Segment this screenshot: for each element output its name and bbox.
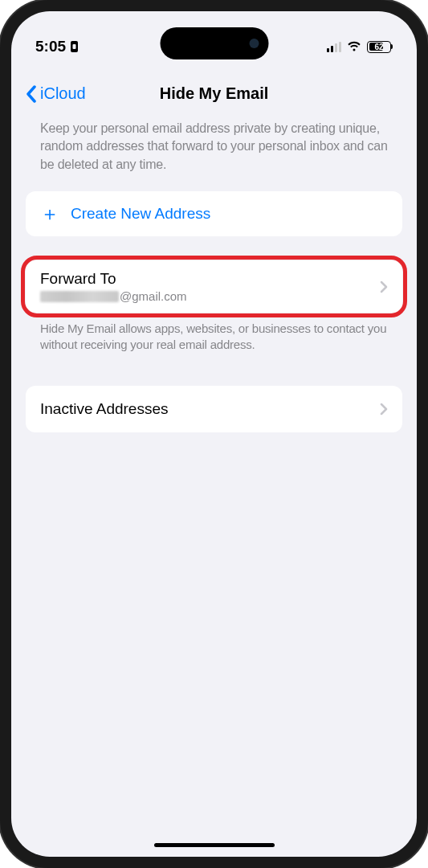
chevron-right-icon bbox=[380, 280, 388, 293]
forward-title: Forward To bbox=[40, 270, 187, 288]
status-indicators: 62 bbox=[327, 41, 393, 53]
inactive-title: Inactive Addresses bbox=[40, 400, 168, 418]
chevron-left-icon bbox=[26, 85, 37, 103]
battery-icon: 62 bbox=[367, 41, 393, 53]
inactive-addresses-button[interactable]: Inactive Addresses bbox=[26, 386, 402, 432]
cellular-icon bbox=[327, 42, 341, 52]
create-new-address-button[interactable]: ＋ Create New Address bbox=[26, 191, 402, 236]
content-area: Keep your personal email address private… bbox=[11, 112, 417, 432]
forward-to-button[interactable]: Forward To @gmail.com bbox=[26, 260, 402, 313]
screen: 5:05 62 bbox=[11, 11, 417, 857]
back-label: iCloud bbox=[40, 84, 86, 103]
battery-percent: 62 bbox=[374, 43, 383, 51]
status-time: 5:05 bbox=[35, 38, 66, 55]
back-button[interactable]: iCloud bbox=[26, 84, 86, 103]
plus-icon: ＋ bbox=[40, 204, 59, 223]
forward-email-domain: @gmail.com bbox=[120, 289, 187, 303]
redacted-email-prefix bbox=[40, 291, 119, 302]
home-indicator[interactable] bbox=[154, 843, 275, 847]
page-title: Hide My Email bbox=[160, 84, 269, 103]
create-label: Create New Address bbox=[71, 205, 210, 223]
forward-to-section: Forward To @gmail.com bbox=[26, 260, 402, 313]
status-time-area: 5:05 bbox=[35, 38, 79, 55]
header-description: Keep your personal email address private… bbox=[26, 120, 402, 191]
phone-frame: 5:05 62 bbox=[0, 0, 428, 868]
forward-footer-text: Hide My Email allows apps, websites, or … bbox=[26, 313, 402, 354]
svg-rect-1 bbox=[73, 44, 76, 49]
chevron-right-icon bbox=[380, 403, 388, 416]
sim-icon bbox=[69, 40, 79, 53]
wifi-icon bbox=[347, 41, 361, 52]
dynamic-island bbox=[160, 27, 268, 59]
camera-dot bbox=[249, 39, 259, 48]
forward-email-value: @gmail.com bbox=[40, 289, 187, 303]
